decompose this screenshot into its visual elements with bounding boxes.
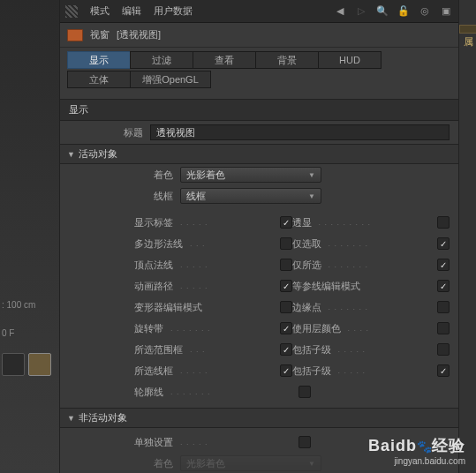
group-inactive-objects[interactable]: ▼ 非活动对象 (60, 408, 458, 428)
header-subtitle: [透视视图] (117, 28, 161, 41)
check-row: 所选线框. . . . .包括子级. . . . . (134, 360, 450, 381)
tab-hud[interactable]: HUD (318, 51, 382, 69)
checkbox-incchild2[interactable] (437, 364, 450, 377)
row-wire: 线框 线框 ▼ (60, 185, 458, 206)
row-shading: 着色 光影着色 ▼ (60, 164, 458, 185)
label-shading: 着色 (134, 169, 173, 182)
checkbox-showtags[interactable] (280, 216, 292, 229)
group-inactive-label: 非活动对象 (79, 411, 127, 424)
panel-header: 视窗 [透视视图] (60, 23, 458, 48)
viewport-icon (67, 29, 83, 41)
viewport-background: : 100 cm 0 F (0, 0, 60, 473)
tab-view[interactable]: 查看 (193, 51, 256, 69)
checkbox-grid: 显示标签. . . . .透显. . . . . . . . . 多边形法线. … (60, 206, 458, 408)
check-row: 旋转带. . . . . . .使用层颜色. . . . (134, 318, 450, 339)
check-row: 单独设置 . . . . . (134, 432, 450, 453)
viewport-tool-icons (2, 353, 51, 376)
checkbox-rotband[interactable] (280, 322, 292, 334)
panel-titlebar: 模式 编辑 用户数据 ◀ ▷ 🔍 🔓 ◎ ▣ (60, 0, 458, 23)
checkbox-outline[interactable] (298, 386, 311, 398)
tab-bar: 显示 过滤 查看 背景 HUD 立体 增强OpenGL (60, 48, 458, 94)
label-animpath: 动画路径 (134, 280, 173, 293)
checkbox-single[interactable] (298, 436, 311, 448)
chevron-down-icon: ▼ (308, 192, 315, 200)
label-wire: 线框 (134, 190, 173, 203)
checkbox-selwire[interactable] (280, 364, 292, 377)
label-selbbox: 所选范围框 (134, 343, 183, 357)
label-title: 标题 (69, 126, 143, 139)
label-single: 单独设置 (134, 436, 173, 449)
tab-opengl[interactable]: 增强OpenGL (130, 71, 211, 88)
check-row: 轮廓线. . . . . . . (134, 381, 450, 402)
dropdown-inactive-shading: 光影着色 ▼ (180, 455, 321, 471)
tab-display[interactable]: 显示 (67, 51, 131, 69)
search-icon[interactable]: 🔍 (375, 4, 389, 19)
tab-background[interactable]: 背景 (255, 51, 319, 69)
dropdown-shading-value: 光影着色 (186, 169, 225, 182)
checkbox-incchild1[interactable] (437, 343, 450, 356)
group-active-label: 活动对象 (79, 147, 117, 161)
checkbox-selbbox[interactable] (280, 343, 292, 356)
check-row: 显示标签. . . . .透显. . . . . . . . . (134, 212, 450, 233)
label-onlyselected: 仅所选 (292, 259, 321, 272)
checkbox-xray[interactable] (437, 216, 450, 229)
check-row: 所选范围框. . .包括子级. . . . . (134, 339, 450, 360)
checkbox-edgepts[interactable] (437, 301, 450, 313)
grid-icon[interactable] (2, 353, 25, 376)
label-polynorm: 多边形法线 (134, 237, 183, 251)
checkbox-onlyselected[interactable] (437, 259, 450, 271)
nav-fwd-icon[interactable]: ▷ (354, 4, 368, 19)
checkbox-polynorm[interactable] (280, 237, 292, 250)
section-display: 显示 (60, 99, 458, 121)
check-row: 顶点法线. . . . .仅所选. . . . . . . (134, 254, 450, 275)
check-row: 动画路径. . . . .等参线编辑模式 (134, 275, 450, 297)
chevron-down-icon: ▼ (67, 150, 75, 159)
group-active-objects[interactable]: ▼ 活动对象 (60, 144, 458, 164)
tab-stereo[interactable]: 立体 (67, 71, 131, 88)
check-row: 变形器编辑模式边缘点. . . . . . . (134, 297, 450, 318)
row-title: 标题 (60, 121, 458, 144)
label-isoparm: 等参线编辑模式 (292, 280, 360, 293)
checkbox-animpath[interactable] (280, 280, 292, 292)
row-inactive-shading: 着色 光影着色 ▼ (60, 453, 458, 473)
properties-panel: 模式 编辑 用户数据 ◀ ▷ 🔍 🔓 ◎ ▣ 视窗 [透视视图] 显示 过滤 查… (60, 0, 458, 473)
label-outline: 轮廓线 (134, 386, 163, 399)
chevron-down-icon: ▼ (308, 460, 315, 468)
checkbox-isoparm[interactable] (437, 280, 450, 292)
checkbox-onlysel[interactable] (437, 237, 450, 250)
label-showtags: 显示标签 (134, 216, 173, 229)
label-layercolor: 使用层颜色 (292, 322, 341, 335)
label-selwire: 所选线框 (134, 364, 173, 378)
timeline-icon[interactable] (28, 353, 51, 376)
checkbox-vertnorm[interactable] (280, 259, 292, 271)
input-title[interactable] (150, 124, 450, 140)
menu-userdata[interactable]: 用户数据 (154, 4, 193, 18)
label-vertnorm: 顶点法线 (134, 259, 173, 272)
target-icon[interactable]: ◎ (418, 4, 432, 19)
check-row: 多边形法线. . .仅选取. . . . . . . (134, 233, 450, 254)
dropdown-wire[interactable]: 线框 ▼ (180, 188, 321, 204)
viewport-distance: : 100 cm (2, 300, 35, 310)
label-xray: 透显 (292, 216, 312, 229)
menu-mode[interactable]: 模式 (90, 4, 110, 18)
label-rotband: 旋转带 (134, 322, 163, 335)
dropdown-inactive-value: 光影着色 (186, 457, 225, 470)
checkbox-layercolor[interactable] (437, 322, 450, 334)
right-dock: 属 (458, 0, 476, 473)
menu-edit[interactable]: 编辑 (122, 4, 141, 18)
right-tab-attributes[interactable]: 属 (459, 25, 476, 34)
label-edgepts: 边缘点 (292, 301, 321, 314)
viewport-frame: 0 F (2, 328, 14, 338)
lock-icon[interactable]: 🔓 (397, 4, 411, 19)
checkbox-deformedit[interactable] (280, 301, 292, 313)
nav-back-icon[interactable]: ◀ (333, 4, 347, 19)
inactive-grid: 单独设置 . . . . . (60, 428, 458, 453)
chevron-down-icon: ▼ (67, 414, 75, 423)
label-inactive-shading: 着色 (134, 457, 173, 470)
label-onlysel: 仅选取 (292, 237, 321, 251)
grip-icon[interactable] (65, 5, 78, 18)
dropdown-shading[interactable]: 光影着色 ▼ (180, 167, 321, 183)
add-icon[interactable]: ▣ (439, 4, 453, 19)
label-incchild2: 包括子级 (292, 364, 331, 378)
tab-filter[interactable]: 过滤 (130, 51, 193, 69)
